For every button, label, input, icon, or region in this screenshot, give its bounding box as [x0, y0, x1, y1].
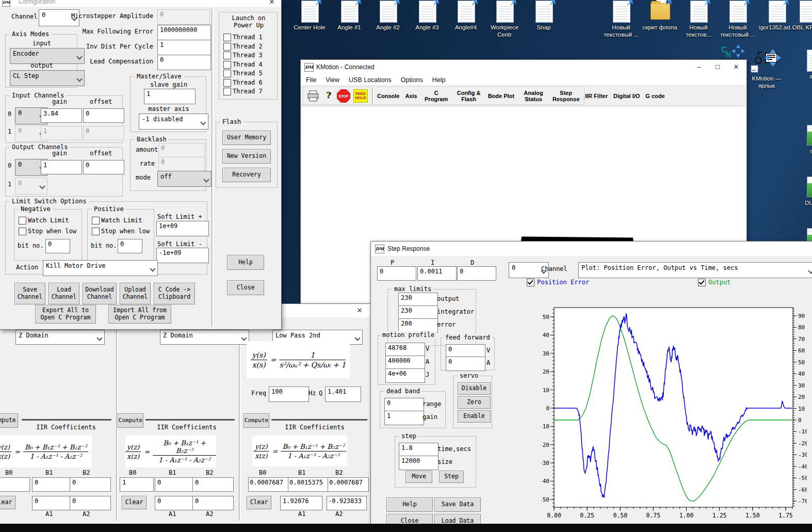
action-select[interactable]: Kill Motor Drive [43, 260, 158, 276]
ff-a-field[interactable]: 0 [446, 357, 485, 371]
backlash-rate-field[interactable]: 0 [158, 157, 205, 171]
iir-col1-mode-select[interactable]: Z Domain [15, 330, 105, 345]
soft-limit-minus-field[interactable]: -1e+09 [156, 248, 209, 263]
iir-col3-a1-field[interactable]: 1.92076 [280, 496, 322, 510]
master-axis-select[interactable]: -1 disabled [139, 114, 208, 130]
ccode-clipboard-button[interactable]: C Code -> Clipboard [154, 283, 195, 304]
q-field[interactable]: 1.401 [325, 386, 361, 402]
step-titlebar[interactable]: DM Step Response [371, 241, 812, 256]
desktop-icon-doc[interactable]: OBL KR0j... [788, 0, 812, 31]
minimize-button[interactable]: – [691, 62, 707, 72]
menu-view[interactable]: View [326, 76, 339, 84]
step-size-field[interactable]: 12000 [399, 456, 439, 470]
desktop-icon-doc[interactable]: Angle#4 [446, 0, 485, 31]
iir-close-icon[interactable]: ✕ [351, 305, 368, 316]
export-all-button[interactable]: Export All to Open C Program [35, 305, 96, 324]
iir-col2-mode-select[interactable]: Z Domain [160, 330, 249, 345]
slave-gain-field[interactable]: 1 [144, 89, 196, 104]
desktop-icon-doc[interactable]: Новый текстовый ... [718, 0, 757, 39]
max-following-field[interactable]: 1000000000 [157, 25, 211, 40]
toolbar-button-axis[interactable]: Axis [405, 93, 417, 99]
d-field[interactable]: 0 [457, 266, 496, 281]
lead-comp-field[interactable]: 0 [157, 55, 211, 70]
iir-col1-b1-field[interactable]: 0 [32, 477, 73, 492]
recovery-button[interactable]: Recovery [222, 168, 271, 182]
inv-dist-field[interactable]: 1 [157, 40, 211, 55]
thread-checkbox[interactable] [223, 43, 231, 51]
input-ch1-offset[interactable]: 0 [83, 126, 124, 140]
new-version-button[interactable]: New Version [222, 149, 271, 164]
output-ch0-gain[interactable]: 1 [41, 160, 82, 174]
neg-stop-checkbox[interactable] [19, 228, 26, 235]
neg-bit-field[interactable]: 0 [45, 239, 70, 253]
thread-checkbox[interactable] [223, 79, 231, 87]
p-field[interactable]: 0 [377, 266, 416, 281]
output-ch0-offset[interactable]: 0 [83, 160, 124, 174]
load-channel-button[interactable]: Load Channel [48, 283, 79, 304]
desktop-icon-green[interactable]: DL MI... [795, 175, 812, 206]
neg-watch-checkbox[interactable] [19, 217, 26, 224]
save-data-button[interactable]: Save Data [434, 497, 481, 512]
iir-col3-b0-field[interactable]: 0.0007687 [248, 477, 289, 492]
microstepper-field[interactable]: 0 [157, 9, 210, 25]
desktop-icon-doc[interactable]: Snap [524, 0, 563, 31]
iir-col2-b2-field[interactable]: 0 [192, 477, 234, 492]
toolbar-button-digital-i-o[interactable]: Digital I/O [613, 93, 640, 99]
iir-col2-compute-button[interactable]: Compute [118, 413, 143, 428]
desktop-icon-doc[interactable]: Workpiece Centr [485, 0, 524, 39]
upload-channel-button[interactable]: Upload Channel [120, 283, 151, 304]
backlash-amount-field[interactable]: 0 [158, 143, 205, 157]
config-close-icon[interactable]: ✕ [264, 0, 280, 7]
servo-enable-button[interactable]: Enable [458, 410, 491, 423]
input-ch0-offset[interactable]: 0 [83, 108, 124, 123]
soft-limit-plus-field[interactable]: 1e+09 [156, 221, 209, 236]
toolbar-button-g-code[interactable]: G code [645, 93, 664, 99]
desktop-icon-green[interactable]: dr... [795, 124, 812, 155]
help-icon[interactable]: ? [326, 90, 331, 100]
plot-type-select[interactable]: Plot: Position Error, Output vs Time, se… [578, 262, 812, 278]
desktop-icon-doc[interactable]: Новый текстов... [679, 0, 718, 39]
config-close-button[interactable]: Close [227, 280, 264, 295]
output-checkbox[interactable] [698, 279, 706, 286]
iir-col2-clear-button[interactable]: Clear [122, 496, 147, 509]
iir-col2-a1-field[interactable]: 0 [155, 496, 196, 510]
iir-col1-b2-field[interactable]: 0 [70, 477, 111, 492]
profile-a-field[interactable]: 400000 [385, 356, 425, 370]
iir-col1-a1-field[interactable]: 0 [32, 496, 73, 510]
thread-checkbox[interactable] [223, 61, 231, 69]
servo-disable-button[interactable]: Disable [458, 382, 491, 395]
iir-col2-b0-field[interactable]: 1 [120, 477, 154, 492]
config-titlebar[interactable]: DM Configuration ✕ [0, 0, 281, 7]
iir-col3-clear-button[interactable]: Clear [247, 496, 271, 509]
step-button[interactable]: Step [439, 471, 464, 483]
desktop-icon-doc[interactable]: Center Hole [290, 0, 329, 31]
stop-icon[interactable]: STOP [337, 89, 350, 103]
max-integrator-field[interactable]: 230 [398, 305, 438, 320]
step-help-button[interactable]: Help [386, 497, 433, 512]
menu-usb-locations[interactable]: USB Locations [349, 76, 392, 84]
pos-bit-field[interactable]: 0 [118, 239, 142, 253]
maximize-button[interactable]: ☐ [709, 62, 726, 72]
menu-help[interactable]: Help [432, 76, 446, 84]
iir-col1-compute-button[interactable]: Compute [0, 413, 18, 428]
desktop-icon-doc[interactable]: Angle #2 [368, 0, 408, 31]
input-ch1-gain[interactable]: 1 [41, 126, 82, 140]
backlash-mode-select[interactable]: off [157, 171, 212, 187]
output-mode-select[interactable]: CL Step [10, 70, 85, 86]
kmotion-titlebar[interactable]: DM KMotion - Connected – ☐ ✕ [301, 60, 746, 75]
import-all-button[interactable]: Import All from Open C Program [108, 305, 171, 324]
desktop-icon-folder[interactable]: скрит флопа [640, 0, 679, 31]
iir-col3-compute-button[interactable]: Compute [243, 413, 269, 428]
i-field[interactable]: 0.0011 [417, 266, 457, 281]
toolbar-button-config-flash[interactable]: Config & Flash [456, 90, 482, 102]
iir-col3-b1-field[interactable]: 0.0015375 [288, 477, 329, 492]
toolbar-button-iir-filter[interactable]: IIR Filter [585, 93, 608, 99]
step-time-field[interactable]: 1.8 [399, 443, 439, 457]
pos-watch-checkbox[interactable] [92, 217, 100, 224]
desktop-icon-doc[interactable]: Новый текстовый ... [602, 0, 641, 39]
thread-checkbox[interactable] [223, 52, 231, 59]
desktop-icon-doc[interactable]: ад... [795, 49, 812, 80]
config-help-button[interactable]: Help [227, 255, 264, 270]
iir-col1-a2-field[interactable]: 0 [70, 496, 111, 510]
desktop-icon-doc[interactable]: Angle #3 [408, 0, 447, 31]
